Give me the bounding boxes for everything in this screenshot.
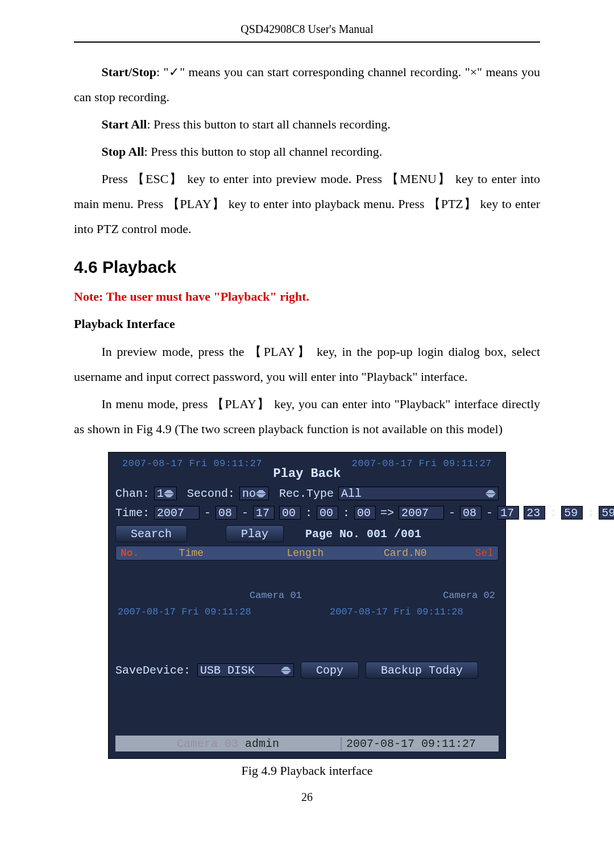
- time-end-day[interactable]: 17: [497, 506, 519, 520]
- timestamp-mid-left: 2007-08-17 Fri 09:11:28: [118, 607, 251, 617]
- time-label: Time:: [115, 506, 150, 520]
- label-start-stop: Start/Stop: [101, 65, 156, 79]
- col-time: Time: [175, 546, 283, 560]
- page-no: Page No. 001 /001: [305, 528, 421, 541]
- header-rule: [74, 41, 540, 43]
- doc-header: QSD42908C8 User's Manual: [74, 23, 540, 36]
- spinner-icon[interactable]: [486, 488, 496, 499]
- status-camera-faint: Camera 03: [177, 737, 238, 750]
- copy-button[interactable]: Copy: [301, 662, 359, 679]
- second-value: no: [242, 487, 256, 500]
- play-button[interactable]: Play: [226, 525, 284, 542]
- note-playback-right: Note: The user must have "Playback" righ…: [74, 289, 540, 304]
- second-label: Second:: [187, 487, 235, 500]
- time-start-sec[interactable]: 00: [354, 506, 376, 520]
- second-select[interactable]: no: [239, 487, 269, 500]
- subhead-playback-interface: Playback Interface: [74, 317, 540, 331]
- time-end-month[interactable]: 08: [460, 506, 482, 520]
- status-timestamp: 2007-08-17 09:11:27: [341, 737, 499, 750]
- label-stop-all: Stop All: [101, 144, 144, 159]
- rec-type-value: All: [341, 487, 362, 500]
- save-device-label: SaveDevice:: [115, 664, 190, 677]
- rec-type-label: Rec.Type: [279, 487, 334, 500]
- time-start-hour[interactable]: 00: [279, 506, 301, 520]
- paragraph-menu-mode: In menu mode, press 【PLAY】 key, you can …: [74, 392, 540, 442]
- page-number: 26: [74, 791, 540, 804]
- paragraph-preview-mode: In preview mode, press the 【PLAY】 key, i…: [74, 339, 540, 389]
- status-user: admin: [245, 737, 279, 750]
- chan-label: Chan:: [115, 487, 150, 500]
- col-no: No.: [116, 546, 175, 560]
- text-start-all: : Press this button to start all channel…: [147, 117, 390, 131]
- time-start-year[interactable]: 2007: [154, 506, 200, 520]
- label-start-all: Start All: [101, 117, 147, 131]
- spinner-icon[interactable]: [256, 488, 266, 499]
- paragraph-start-all: Start All: Press this button to start al…: [74, 112, 540, 137]
- paragraph-start-stop: Start/Stop: "✓" means you can start corr…: [74, 60, 540, 110]
- spinner-icon[interactable]: [281, 665, 291, 675]
- col-length: Length: [283, 546, 379, 560]
- time-end-sec[interactable]: 59: [599, 506, 614, 520]
- figure-caption: Fig 4.9 Playback interface: [108, 763, 506, 778]
- col-sel: Sel: [471, 546, 498, 560]
- save-device-select[interactable]: USB DISK: [197, 663, 294, 677]
- figure-playback-screenshot: 2007-08-17 Fri 09:11:27 2007-08-17 Fri 0…: [108, 452, 506, 778]
- timestamp-mid-right: 2007-08-17 Fri 09:11:28: [330, 607, 463, 617]
- camera-02-label: Camera 02: [443, 590, 495, 601]
- time-start-month[interactable]: 08: [215, 506, 237, 520]
- timestamp-top-right: 2007-08-17 Fri 09:11:27: [352, 458, 492, 469]
- spinner-icon[interactable]: [164, 488, 174, 499]
- chan-select[interactable]: 1: [154, 487, 177, 500]
- timestamp-top-left: 2007-08-17 Fri 09:11:27: [122, 458, 262, 469]
- time-start-day[interactable]: 17: [253, 506, 275, 520]
- time-end-year[interactable]: 2007: [399, 506, 444, 520]
- paragraph-keys: Press 【ESC】 key to enter into preview mo…: [74, 167, 540, 242]
- text-stop-all: : Press this button to stop all channel …: [144, 144, 383, 159]
- rec-type-select[interactable]: All: [338, 487, 499, 500]
- time-start-min[interactable]: 00: [317, 506, 338, 520]
- section-heading-playback: 4.6 Playback: [74, 258, 540, 277]
- col-card: Card.N0: [379, 546, 471, 560]
- camera-01-label: Camera 01: [250, 590, 302, 601]
- status-bar: Camera 03 admin 2007-08-17 09:11:27: [115, 736, 499, 751]
- search-button[interactable]: Search: [115, 525, 187, 542]
- chan-value: 1: [157, 487, 164, 500]
- dvr-screen: 2007-08-17 Fri 09:11:27 2007-08-17 Fri 0…: [108, 452, 506, 759]
- results-table-header: No. Time Length Card.N0 Sel: [115, 546, 499, 560]
- backup-today-button[interactable]: Backup Today: [366, 662, 478, 679]
- save-device-value: USB DISK: [200, 664, 255, 677]
- time-end-hour[interactable]: 23: [524, 506, 545, 520]
- paragraph-stop-all: Stop All: Press this button to stop all …: [74, 139, 540, 164]
- time-end-min[interactable]: 59: [561, 506, 583, 520]
